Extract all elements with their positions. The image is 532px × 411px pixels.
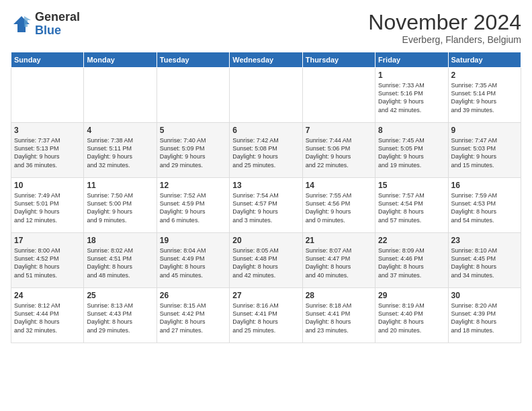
day-number: 27 bbox=[232, 291, 299, 300]
cell-3-6: 23Sunrise: 8:10 AM Sunset: 4:45 PM Dayli… bbox=[448, 233, 521, 288]
day-info: Sunrise: 8:12 AM Sunset: 4:44 PM Dayligh… bbox=[14, 302, 81, 334]
main-title: November 2024 bbox=[368, 11, 521, 34]
day-number: 19 bbox=[160, 236, 226, 245]
day-info: Sunrise: 7:54 AM Sunset: 4:57 PM Dayligh… bbox=[232, 191, 299, 224]
cell-4-2: 26Sunrise: 8:15 AM Sunset: 4:42 PM Dayli… bbox=[157, 288, 229, 343]
day-number: 12 bbox=[160, 181, 226, 190]
day-number: 6 bbox=[232, 126, 299, 135]
day-info: Sunrise: 7:33 AM Sunset: 5:16 PM Dayligh… bbox=[378, 81, 445, 114]
week-row-5: 24Sunrise: 8:12 AM Sunset: 4:44 PM Dayli… bbox=[11, 288, 521, 343]
cell-2-0: 10Sunrise: 7:49 AM Sunset: 5:01 PM Dayli… bbox=[11, 178, 84, 233]
cell-1-4: 7Sunrise: 7:44 AM Sunset: 5:06 PM Daylig… bbox=[302, 123, 375, 178]
day-info: Sunrise: 7:49 AM Sunset: 5:01 PM Dayligh… bbox=[14, 191, 81, 224]
cell-4-4: 28Sunrise: 8:18 AM Sunset: 4:41 PM Dayli… bbox=[302, 288, 375, 343]
svg-marker-1 bbox=[24, 16, 31, 27]
cell-3-0: 17Sunrise: 8:00 AM Sunset: 4:52 PM Dayli… bbox=[11, 233, 84, 288]
day-number: 7 bbox=[306, 126, 372, 135]
cell-3-5: 22Sunrise: 8:09 AM Sunset: 4:46 PM Dayli… bbox=[375, 233, 448, 288]
cell-0-6: 2Sunrise: 7:35 AM Sunset: 5:14 PM Daylig… bbox=[448, 68, 521, 123]
day-info: Sunrise: 7:45 AM Sunset: 5:05 PM Dayligh… bbox=[378, 136, 445, 169]
day-number: 11 bbox=[87, 181, 153, 190]
day-number: 30 bbox=[451, 291, 518, 300]
cell-2-5: 15Sunrise: 7:57 AM Sunset: 4:54 PM Dayli… bbox=[375, 178, 448, 233]
day-number: 10 bbox=[14, 181, 81, 190]
day-info: Sunrise: 7:47 AM Sunset: 5:03 PM Dayligh… bbox=[451, 136, 518, 169]
week-row-4: 17Sunrise: 8:00 AM Sunset: 4:52 PM Dayli… bbox=[11, 233, 521, 288]
day-info: Sunrise: 7:44 AM Sunset: 5:06 PM Dayligh… bbox=[306, 136, 372, 169]
calendar-table: Sunday Monday Tuesday Wednesday Thursday… bbox=[11, 52, 521, 343]
day-number: 3 bbox=[14, 126, 81, 135]
col-tuesday: Tuesday bbox=[157, 52, 229, 68]
day-info: Sunrise: 7:50 AM Sunset: 5:00 PM Dayligh… bbox=[87, 191, 153, 224]
day-number: 17 bbox=[14, 236, 81, 245]
day-info: Sunrise: 7:55 AM Sunset: 4:56 PM Dayligh… bbox=[306, 191, 372, 224]
week-row-2: 3Sunrise: 7:37 AM Sunset: 5:13 PM Daylig… bbox=[11, 123, 521, 178]
cell-0-1 bbox=[84, 68, 157, 123]
day-info: Sunrise: 8:04 AM Sunset: 4:49 PM Dayligh… bbox=[160, 246, 226, 279]
header-row: Sunday Monday Tuesday Wednesday Thursday… bbox=[11, 52, 521, 68]
day-info: Sunrise: 8:19 AM Sunset: 4:40 PM Dayligh… bbox=[378, 302, 445, 334]
week-row-3: 10Sunrise: 7:49 AM Sunset: 5:01 PM Dayli… bbox=[11, 178, 521, 233]
day-number: 15 bbox=[378, 181, 445, 190]
cell-1-1: 4Sunrise: 7:38 AM Sunset: 5:11 PM Daylig… bbox=[84, 123, 157, 178]
day-number: 2 bbox=[451, 71, 518, 80]
col-thursday: Thursday bbox=[302, 52, 375, 68]
cell-4-5: 29Sunrise: 8:19 AM Sunset: 4:40 PM Dayli… bbox=[375, 288, 448, 343]
cell-1-6: 9Sunrise: 7:47 AM Sunset: 5:03 PM Daylig… bbox=[448, 123, 521, 178]
day-number: 16 bbox=[451, 181, 518, 190]
cell-2-6: 16Sunrise: 7:59 AM Sunset: 4:53 PM Dayli… bbox=[448, 178, 521, 233]
cell-0-3 bbox=[230, 68, 302, 123]
day-info: Sunrise: 8:16 AM Sunset: 4:41 PM Dayligh… bbox=[232, 302, 299, 334]
day-info: Sunrise: 8:00 AM Sunset: 4:52 PM Dayligh… bbox=[14, 246, 81, 279]
col-sunday: Sunday bbox=[11, 52, 84, 68]
cell-3-4: 21Sunrise: 8:07 AM Sunset: 4:47 PM Dayli… bbox=[302, 233, 375, 288]
day-number: 9 bbox=[451, 126, 518, 135]
day-number: 18 bbox=[87, 236, 153, 245]
day-number: 23 bbox=[451, 236, 518, 245]
day-number: 21 bbox=[306, 236, 372, 245]
day-number: 22 bbox=[378, 236, 445, 245]
day-number: 13 bbox=[232, 181, 299, 190]
day-number: 14 bbox=[306, 181, 372, 190]
cell-0-5: 1Sunrise: 7:33 AM Sunset: 5:16 PM Daylig… bbox=[375, 68, 448, 123]
day-info: Sunrise: 7:42 AM Sunset: 5:08 PM Dayligh… bbox=[232, 136, 299, 169]
col-friday: Friday bbox=[375, 52, 448, 68]
cell-3-1: 18Sunrise: 8:02 AM Sunset: 4:51 PM Dayli… bbox=[84, 233, 157, 288]
logo-general-text: General bbox=[35, 11, 80, 24]
cell-1-5: 8Sunrise: 7:45 AM Sunset: 5:05 PM Daylig… bbox=[375, 123, 448, 178]
week-row-1: 1Sunrise: 7:33 AM Sunset: 5:16 PM Daylig… bbox=[11, 68, 521, 123]
cell-2-4: 14Sunrise: 7:55 AM Sunset: 4:56 PM Dayli… bbox=[302, 178, 375, 233]
cell-4-3: 27Sunrise: 8:16 AM Sunset: 4:41 PM Dayli… bbox=[230, 288, 302, 343]
day-number: 4 bbox=[87, 126, 153, 135]
day-info: Sunrise: 8:07 AM Sunset: 4:47 PM Dayligh… bbox=[306, 246, 372, 279]
title-block: November 2024 Everberg, Flanders, Belgiu… bbox=[368, 11, 521, 45]
day-number: 5 bbox=[160, 126, 226, 135]
day-info: Sunrise: 7:40 AM Sunset: 5:09 PM Dayligh… bbox=[160, 136, 226, 169]
cell-4-0: 24Sunrise: 8:12 AM Sunset: 4:44 PM Dayli… bbox=[11, 288, 84, 343]
day-number: 8 bbox=[378, 126, 445, 135]
header: General Blue November 2024 Everberg, Fla… bbox=[11, 11, 521, 45]
logo-blue-text: Blue bbox=[35, 24, 80, 38]
day-info: Sunrise: 7:52 AM Sunset: 4:59 PM Dayligh… bbox=[160, 191, 226, 224]
day-info: Sunrise: 8:05 AM Sunset: 4:48 PM Dayligh… bbox=[232, 246, 299, 279]
day-info: Sunrise: 8:02 AM Sunset: 4:51 PM Dayligh… bbox=[87, 246, 153, 279]
day-info: Sunrise: 8:18 AM Sunset: 4:41 PM Dayligh… bbox=[306, 302, 372, 334]
col-wednesday: Wednesday bbox=[230, 52, 302, 68]
day-number: 24 bbox=[14, 291, 81, 300]
cell-0-4 bbox=[302, 68, 375, 123]
col-saturday: Saturday bbox=[448, 52, 521, 68]
day-info: Sunrise: 8:20 AM Sunset: 4:39 PM Dayligh… bbox=[451, 302, 518, 334]
cell-2-2: 12Sunrise: 7:52 AM Sunset: 4:59 PM Dayli… bbox=[157, 178, 229, 233]
day-number: 1 bbox=[378, 71, 445, 80]
cell-1-0: 3Sunrise: 7:37 AM Sunset: 5:13 PM Daylig… bbox=[11, 123, 84, 178]
day-number: 20 bbox=[232, 236, 299, 245]
day-info: Sunrise: 7:59 AM Sunset: 4:53 PM Dayligh… bbox=[451, 191, 518, 224]
cell-4-6: 30Sunrise: 8:20 AM Sunset: 4:39 PM Dayli… bbox=[448, 288, 521, 343]
cell-3-2: 19Sunrise: 8:04 AM Sunset: 4:49 PM Dayli… bbox=[157, 233, 229, 288]
cell-2-3: 13Sunrise: 7:54 AM Sunset: 4:57 PM Dayli… bbox=[230, 178, 302, 233]
day-info: Sunrise: 7:35 AM Sunset: 5:14 PM Dayligh… bbox=[451, 81, 518, 114]
cell-3-3: 20Sunrise: 8:05 AM Sunset: 4:48 PM Dayli… bbox=[230, 233, 302, 288]
day-info: Sunrise: 7:38 AM Sunset: 5:11 PM Dayligh… bbox=[87, 136, 153, 169]
cell-1-3: 6Sunrise: 7:42 AM Sunset: 5:08 PM Daylig… bbox=[230, 123, 302, 178]
col-monday: Monday bbox=[84, 52, 157, 68]
